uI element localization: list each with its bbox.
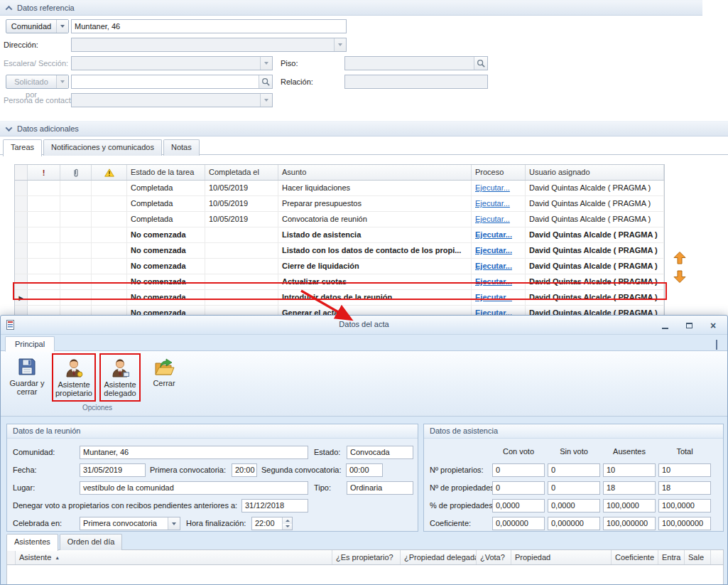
move-down-button[interactable] [672, 269, 688, 286]
maximize-icon [686, 323, 692, 328]
primera-convocatoria-field[interactable]: 20:00 [232, 463, 257, 477]
datos-del-acta-dialog: Datos del acta × Principal Guardar y cer… [0, 315, 728, 585]
attachment-column-header[interactable] [60, 165, 92, 180]
task-asunto: Cierre de liquidación [278, 259, 472, 274]
coeficiente-column-header[interactable]: Coeficiente [612, 550, 658, 564]
task-row[interactable]: Completada 10/05/2019 Convocatoria de re… [15, 212, 664, 227]
tab-asistentes[interactable]: Asistentes [6, 534, 58, 551]
tab-notificaciones[interactable]: Notificaciones y comunicados [43, 139, 162, 156]
priority-column-header[interactable]: ! [28, 165, 60, 180]
task-row[interactable]: No comenzada Cierre de liquidación Ejecu… [15, 259, 664, 274]
segunda-convocatoria-field[interactable]: 00:00 [346, 463, 383, 477]
propiedad-column-header[interactable]: Propiedad [511, 550, 612, 564]
search-icon[interactable] [259, 75, 272, 88]
warning-icon [104, 168, 114, 177]
tab-notas[interactable]: Notas [163, 139, 200, 156]
comunidad-input[interactable]: Muntaner, 46 [71, 19, 347, 33]
asistencia-value: 0,0000 [548, 499, 600, 512]
close-folder-icon [153, 355, 175, 378]
asunto-column-header[interactable]: Asunto [278, 165, 472, 180]
asistencia-value: 10 [658, 463, 711, 477]
celebrada-en-label: Celebrada en: [13, 517, 62, 530]
total-column: Total [658, 447, 711, 456]
task-row[interactable]: No comenzada Listado con los datos de co… [15, 243, 664, 259]
filler-column-header [711, 550, 723, 564]
relacion-input [344, 75, 488, 89]
entra-column-header[interactable]: Entra [658, 550, 685, 564]
close-button[interactable]: × [705, 319, 722, 331]
hora-finalizacion-spinner[interactable]: 22:00 [251, 517, 293, 530]
task-asunto: Preparar presupuestos [278, 196, 472, 211]
asistencia-value: 0 [492, 463, 545, 477]
solicitado-por-combo-button: Solicitado por [6, 75, 69, 89]
spin-down-icon[interactable] [283, 524, 292, 530]
ejecutar-link[interactable]: Ejecutar... [475, 183, 510, 192]
es-propietario-column-header[interactable]: ¿Es propietario? [332, 550, 401, 564]
datos-referencia-header[interactable]: Datos referencia [0, 0, 702, 16]
task-completada-el [205, 227, 278, 242]
celebrada-en-select[interactable]: Primera convocatoria [80, 517, 180, 530]
asistencia-row-label: % de propiedades: [430, 499, 495, 512]
ejecutar-link[interactable]: Ejecutar... [475, 246, 512, 254]
cerrar-button[interactable]: Cerrar [146, 353, 182, 387]
warning-column-header[interactable] [92, 165, 127, 180]
direccion-select [71, 38, 347, 52]
sale-column-header[interactable]: Sale [685, 550, 711, 564]
asistentes-grid-header-row: Asistente ¿Es propietario? ¿Propiedad de… [7, 550, 723, 565]
comunidad-field[interactable]: Muntaner, 46 [80, 446, 308, 459]
search-icon[interactable] [474, 57, 487, 70]
asistencia-value: 10 [603, 463, 656, 477]
denegar-fecha-field[interactable]: 31/12/2018 [241, 499, 308, 512]
asistencia-value: 0 [548, 463, 600, 477]
asistente-propietario-button[interactable]: Asistente propietario [52, 353, 96, 402]
task-usuario: David Quintas Alcalde ( PRAGMA ) [526, 259, 664, 274]
maximize-button[interactable] [680, 319, 697, 331]
completada-column-header[interactable]: Completada el [205, 165, 278, 180]
solicitado-por-lookup[interactable] [71, 75, 273, 89]
ejecutar-link[interactable]: Ejecutar... [475, 215, 510, 223]
guardar-y-cerrar-button[interactable]: Guardar y cerrar [6, 353, 48, 396]
asistentes-grid-empty-body[interactable] [7, 565, 723, 584]
asistencia-row-label: Nº de propiedades: [430, 481, 496, 495]
asistente-column-header[interactable]: Asistente [16, 550, 332, 564]
annotation-arrow [293, 286, 367, 326]
asistente-delegado-button[interactable]: Asistente delegado [99, 353, 141, 402]
task-row[interactable]: Completada 10/05/2019 Preparar presupues… [15, 196, 664, 212]
comunidad-combo-button[interactable]: Comunidad [6, 19, 69, 33]
arrow-up-icon [672, 250, 688, 266]
person-delegate-icon [109, 357, 131, 380]
asistencia-value: 18 [658, 481, 711, 495]
ejecutar-link[interactable]: Ejecutar... [475, 230, 512, 239]
task-usuario: David Quintas Alcalde ( PRAGMA ) [526, 212, 664, 227]
con-voto-column: Con voto [492, 447, 545, 456]
vota-column-header[interactable]: ¿Vota? [477, 550, 511, 564]
direccion-label: Dirección: [4, 38, 38, 52]
task-row[interactable]: Completada 10/05/2019 Hacer liquidacione… [15, 181, 664, 196]
tab-tareas[interactable]: Tareas [3, 139, 42, 156]
fecha-field[interactable]: 31/05/2019 [80, 463, 146, 477]
tab-orden-del-dia[interactable]: Orden del día [60, 534, 123, 550]
datos-asistencia-header: Datos de asistencia [424, 424, 723, 439]
asistencia-value: 0 [492, 481, 545, 495]
segunda-convocatoria-label: Segunda convocatoria: [261, 463, 342, 477]
piso-lookup [344, 56, 488, 70]
comunidad-label: Comunidad: [13, 446, 55, 459]
task-row[interactable]: No comenzada Listado de asistencia Ejecu… [15, 227, 664, 243]
tasks-grid-header-row: ! Estado de la tarea Completada el Asunt… [15, 165, 664, 181]
asistencia-value: 0,000000 [492, 517, 545, 530]
spin-up-icon[interactable] [283, 517, 292, 524]
ejecutar-link[interactable]: Ejecutar... [475, 199, 510, 208]
asistencia-value: 100,0000 [658, 499, 711, 512]
datos-adicionales-header[interactable]: Datos adicionales [0, 121, 728, 136]
dropdown-arrow-icon [56, 20, 68, 33]
minimize-button[interactable] [656, 319, 673, 331]
estado-column-header[interactable]: Estado de la tarea [127, 165, 205, 180]
propiedad-delegada-column-header[interactable]: ¿Propiedad delegada? [401, 550, 477, 564]
tab-principal[interactable]: Principal [5, 336, 55, 352]
usuario-column-header[interactable]: Usuario asignado [526, 165, 664, 180]
lugar-field[interactable]: vestíbulo de la comunidad [80, 481, 308, 495]
proceso-column-header[interactable]: Proceso [472, 165, 526, 180]
ejecutar-link[interactable]: Ejecutar... [475, 262, 512, 270]
ribbon-collapse-button[interactable] [716, 341, 717, 350]
move-up-button[interactable] [672, 250, 688, 267]
